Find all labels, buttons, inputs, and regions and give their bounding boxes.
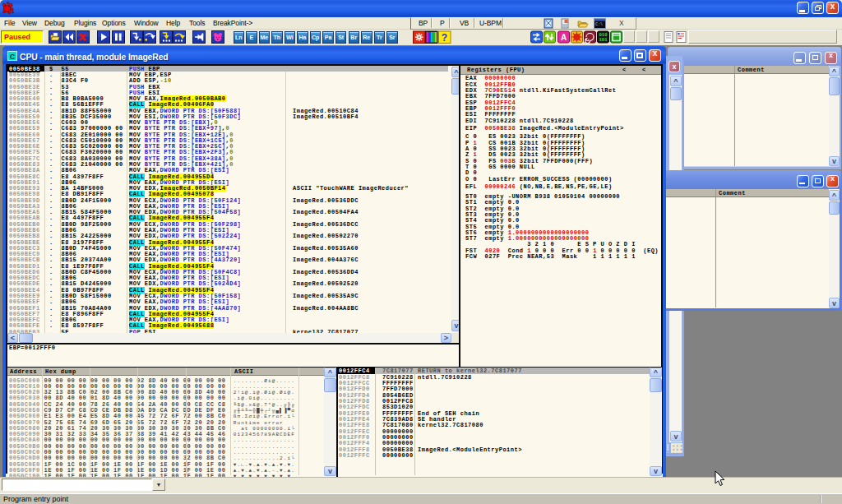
svg-text:C:\: C:\ (595, 22, 603, 27)
svg-text:?: ? (442, 32, 447, 44)
svg-text:101: 101 (599, 37, 608, 43)
svg-text:A: A (561, 33, 567, 42)
